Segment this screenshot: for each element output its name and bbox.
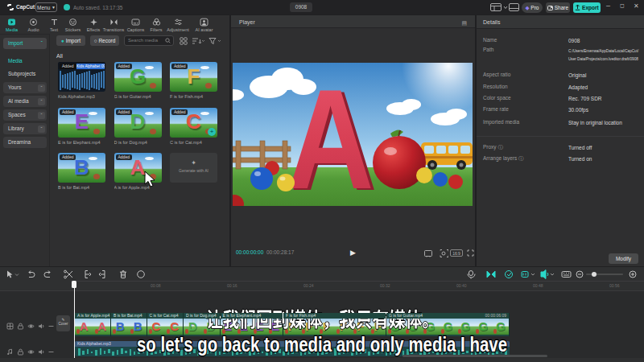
svg-text:so let's go back to media and: so let's go back to media and only media… [137,333,507,356]
